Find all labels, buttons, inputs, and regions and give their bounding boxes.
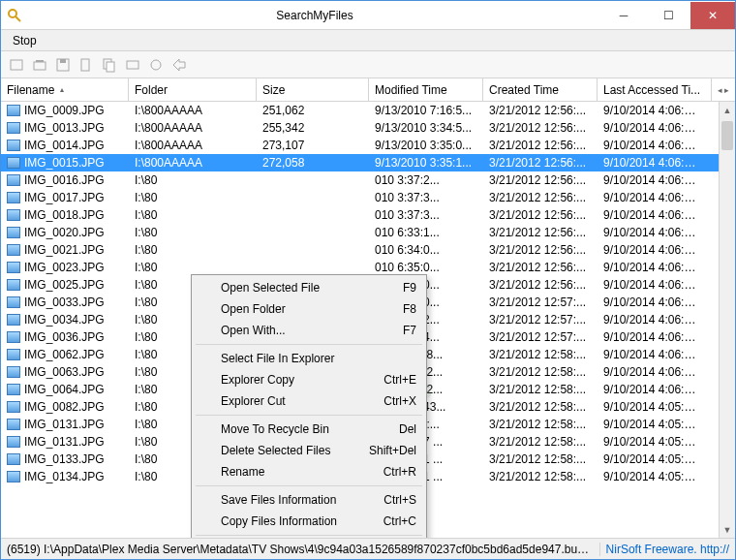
svg-point-11 [151,60,161,70]
file-icon [7,174,20,186]
cell-accessed: 9/10/2014 4:06:1... [598,330,704,344]
context-item[interactable]: Open With...F7 [194,320,424,341]
svg-rect-2 [11,60,22,70]
cell-created: 3/21/2012 12:56:... [483,226,598,239]
context-shortcut: Del [399,422,416,436]
svg-line-1 [15,16,20,21]
close-button[interactable]: ✕ [690,2,735,29]
file-icon [7,453,20,465]
cell-created: 3/21/2012 12:57:... [483,330,598,344]
cell-created: 3/21/2012 12:56:... [483,121,598,135]
column-filename[interactable]: Filename▴ [1,78,129,101]
scroll-down-icon[interactable]: ▼ [720,521,735,538]
cell-created: 3/21/2012 12:58:... [483,383,598,396]
table-row[interactable]: IMG_0017.JPGI:\80010 3:37:3...3/21/2012 … [1,189,735,206]
table-row[interactable]: IMG_0020.JPGI:\80010 6:33:1...3/21/2012 … [1,224,735,241]
cell-created: 3/21/2012 12:56:... [483,261,598,274]
toolbar-btn-props[interactable] [146,55,166,75]
context-item[interactable]: Save Files InformationCtrl+S [194,489,424,511]
table-row[interactable]: IMG_0021.JPGI:\80010 6:34:0...3/21/2012 … [1,241,735,259]
column-created[interactable]: Created Time [483,78,598,101]
scroll-thumb[interactable] [721,121,733,150]
file-list[interactable]: IMG_0009.JPGI:\800AAAAA251,0629/13/2010 … [1,102,735,538]
context-label: Move To Recycle Bin [221,422,329,436]
cell-filename: IMG_0013.JPG [1,121,129,135]
cell-created: 3/21/2012 12:58:... [483,365,598,379]
column-modified[interactable]: Modified Time [369,78,483,101]
column-size[interactable]: Size [257,78,369,101]
column-arrows: ◂ ▸ [712,78,735,101]
context-item[interactable]: Explorer CopyCtrl+E [194,369,424,390]
cell-accessed: 9/10/2014 4:06:1... [598,173,704,187]
context-item[interactable]: Delete Selected FilesShift+Del [194,440,424,461]
column-folder[interactable]: Folder [129,78,257,101]
context-item[interactable]: Open FolderF8 [194,298,424,320]
context-label: Explorer Copy [221,373,294,387]
toolbar-btn-8[interactable] [169,55,189,75]
toolbar-btn-4[interactable] [77,55,96,75]
context-shortcut: Ctrl+C [383,514,416,528]
context-label: Open With... [221,324,286,337]
file-icon [7,401,20,413]
cell-accessed: 9/10/2014 4:05:5... [598,400,704,414]
context-item[interactable]: RenameCtrl+R [194,461,424,482]
minimize-button[interactable]: ─ [601,2,646,29]
file-icon [7,331,20,343]
cell-modified: 9/13/2010 3:35:1... [369,156,483,170]
svg-rect-4 [36,60,44,62]
toolbar [1,51,735,78]
cell-size: 255,342 [257,121,369,135]
cell-created: 3/21/2012 12:56:... [483,156,598,170]
context-label: Save Files Information [221,493,336,507]
cell-accessed: 9/10/2014 4:05:5... [598,418,704,431]
scroll-up-icon[interactable]: ▲ [720,102,735,118]
svg-point-0 [9,10,16,17]
toolbar-btn-6[interactable] [123,55,142,75]
status-link[interactable]: NirSoft Freeware. http:// [599,543,735,556]
cell-filename: IMG_0023.JPG [1,261,129,274]
cell-filename: IMG_0017.JPG [1,191,129,204]
cell-created: 3/21/2012 12:58:... [483,452,598,466]
cell-size: 251,062 [257,104,369,117]
context-item[interactable]: Explorer CutCtrl+X [194,390,424,412]
cell-filename: IMG_0131.JPG [1,418,129,431]
vertical-scrollbar[interactable]: ▲ ▼ [719,102,735,538]
cell-modified: 9/13/2010 3:34:5... [369,121,483,135]
cell-filename: IMG_0063.JPG [1,365,129,379]
cell-accessed: 9/10/2014 4:06:1... [598,261,704,274]
cell-accessed: 9/10/2014 4:06:1... [598,243,704,257]
maximize-button[interactable]: ☐ [646,2,690,29]
toolbar-btn-copy[interactable] [100,55,119,75]
context-item[interactable]: Select File In Explorer [194,348,424,369]
cell-filename: IMG_0015.JPG [1,156,129,170]
table-row[interactable]: IMG_0013.JPGI:\800AAAAA255,3429/13/2010 … [1,119,735,137]
context-item[interactable]: Open Selected FileF9 [194,277,424,298]
cell-size: 273,107 [257,139,369,152]
svg-rect-6 [60,59,66,63]
app-icon [1,8,28,23]
context-shortcut: Shift+Del [369,444,416,457]
cell-filename: IMG_0009.JPG [1,104,129,117]
table-row[interactable]: IMG_0009.JPGI:\800AAAAA251,0629/13/2010 … [1,102,735,119]
cell-modified: 010 6:35:0... [369,261,483,274]
cell-created: 3/21/2012 12:56:... [483,191,598,204]
cell-filename: IMG_0016.JPG [1,173,129,187]
table-row[interactable]: IMG_0016.JPGI:\80010 3:37:2...3/21/2012 … [1,171,735,189]
cell-filename: IMG_0064.JPG [1,383,129,396]
toolbar-btn-save[interactable] [53,55,73,75]
cell-accessed: 9/10/2014 4:05:5... [598,452,704,466]
file-icon [7,227,20,238]
toolbar-btn-2[interactable] [30,55,49,75]
menu-stop[interactable]: Stop [5,32,45,49]
table-row[interactable]: IMG_0018.JPGI:\80010 3:37:3...3/21/2012 … [1,206,735,224]
context-item[interactable]: Move To Recycle BinDel [194,419,424,440]
cell-modified: 010 3:37:2... [369,173,483,187]
column-accessed[interactable]: Last Accessed Ti... [598,78,712,101]
file-icon [7,349,20,360]
file-icon [7,157,20,169]
toolbar-btn-1[interactable] [7,55,26,75]
cell-folder: I:\800AAAAA [129,121,257,135]
table-row[interactable]: IMG_0014.JPGI:\800AAAAA273,1079/13/2010 … [1,137,735,154]
table-row[interactable]: IMG_0015.JPGI:\800AAAAA272,0589/13/2010 … [1,154,735,171]
context-item[interactable]: Copy Files InformationCtrl+C [194,511,424,532]
